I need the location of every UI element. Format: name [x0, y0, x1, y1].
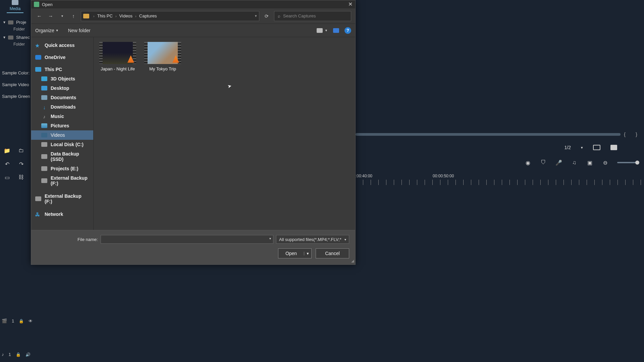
- monitor-icon[interactable]: [593, 145, 600, 150]
- nav-history-chevron-icon[interactable]: ▾: [58, 12, 66, 20]
- nav-forward-button[interactable]: →: [47, 12, 55, 20]
- redo-icon[interactable]: ↷: [17, 160, 25, 168]
- new-folder-button[interactable]: New folder: [68, 28, 91, 33]
- breadcrumb-item[interactable]: Videos: [119, 13, 133, 18]
- sidebar-item-onedrive[interactable]: OneDrive: [31, 53, 93, 62]
- sidebar-item-disk-e[interactable]: Projects (E:): [31, 164, 93, 173]
- dialog-title: Open: [42, 2, 53, 7]
- resize-grip-icon[interactable]: ◢: [351, 259, 354, 263]
- filename-label: File name:: [77, 237, 98, 242]
- open-file-dialog: Open ✕ ← → ▾ ↑ › This PC › Videos › Capt…: [31, 0, 356, 265]
- breadcrumb[interactable]: › This PC › Videos › Captures ▾: [81, 11, 259, 21]
- open-button[interactable]: Open▼: [278, 248, 312, 258]
- organize-button[interactable]: Organize▼: [35, 28, 59, 33]
- sidebar-item-downloads[interactable]: ↓Downloads: [31, 102, 93, 112]
- breadcrumb-sep-icon: ›: [93, 14, 95, 18]
- preview-pane-button[interactable]: [333, 28, 339, 33]
- filename-dropdown-icon[interactable]: ▾: [269, 237, 271, 240]
- sidebar-item-desktop[interactable]: Desktop: [31, 83, 93, 93]
- sidebar-item-3d-objects[interactable]: 3D Objects: [31, 74, 93, 83]
- search-input[interactable]: ⌕ Search Captures: [274, 11, 351, 21]
- file-type-filter[interactable]: All supported files(*.MP4;*.FLV;*▾: [276, 235, 349, 244]
- file-name: My Tokyo Trip: [143, 66, 182, 72]
- help-button[interactable]: ?: [344, 27, 351, 34]
- folder-icon: [83, 14, 89, 18]
- sidebar-item-videos[interactable]: Videos: [31, 130, 93, 140]
- search-placeholder: Search Captures: [283, 13, 316, 18]
- nav-up-button[interactable]: ↑: [69, 12, 77, 20]
- sidebar-item-disk-f1[interactable]: External Backup (F:): [31, 173, 93, 188]
- file-list-area[interactable]: Japan - Night Life My Tokyo Trip ➤: [94, 37, 355, 230]
- mic-icon[interactable]: 🎤: [555, 159, 562, 166]
- open-split-icon[interactable]: ▼: [304, 252, 311, 255]
- timeline-ruler[interactable]: :00:40:0000:00:50:00: [356, 174, 644, 185]
- sidebar-item-disk-f2[interactable]: External Backup (F:): [31, 191, 93, 206]
- tree-sub-folder2: Folder: [3, 41, 30, 49]
- brace-in-icon[interactable]: {: [624, 131, 626, 137]
- sidebar-item-this-pc[interactable]: This PC: [31, 65, 93, 74]
- color-wheel-icon[interactable]: ◉: [525, 159, 531, 166]
- file-item[interactable]: My Tokyo Trip: [143, 42, 182, 72]
- sidebar-item-quick-access[interactable]: ★Quick access: [31, 41, 93, 50]
- app-icon: [34, 2, 39, 7]
- video-track-head[interactable]: 🎬1: [2, 318, 33, 323]
- close-button[interactable]: ✕: [348, 1, 353, 7]
- sidebar-item-network[interactable]: 🖧Network: [31, 209, 93, 219]
- media-tab[interactable]: Media: [7, 6, 23, 13]
- shield-icon[interactable]: ⛉: [540, 159, 547, 166]
- bg-sample-list: Sample Color: Sample Video Sample Green: [0, 67, 32, 102]
- link-icon[interactable]: ⛓: [17, 174, 25, 181]
- tree-sub-folder: Folder: [3, 26, 30, 34]
- undo-icon[interactable]: ↶: [3, 160, 11, 168]
- filename-input[interactable]: ▾: [101, 235, 273, 244]
- nav-sidebar: ★Quick access OneDrive This PC 3D Object…: [31, 37, 94, 230]
- sidebar-item-pictures[interactable]: Pictures: [31, 121, 93, 130]
- tree-item-project[interactable]: ▼Proje: [3, 18, 30, 26]
- tree-item-shared[interactable]: ▼Sharec: [3, 34, 30, 41]
- nav-back-button[interactable]: ←: [35, 12, 43, 20]
- video-thumbnail: [99, 42, 136, 64]
- mouse-cursor-icon: ➤: [227, 83, 232, 89]
- zoom-out-icon[interactable]: ⊖: [602, 159, 608, 166]
- marker-icon[interactable]: ▭: [3, 174, 11, 181]
- refresh-button[interactable]: ⟳: [263, 13, 271, 19]
- dialog-titlebar[interactable]: Open ✕: [31, 0, 355, 8]
- scrub-bar[interactable]: [356, 133, 621, 136]
- breadcrumb-item[interactable]: This PC: [97, 13, 113, 18]
- sidebar-item-disk-c[interactable]: Local Disk (C:): [31, 140, 93, 149]
- brace-out-icon[interactable]: }: [636, 131, 637, 137]
- file-name: Japan - Night Life: [98, 66, 137, 72]
- cancel-button[interactable]: Cancel: [316, 248, 349, 258]
- import-file-icon[interactable]: 🗀: [17, 147, 25, 154]
- view-mode-button[interactable]: ▼: [317, 28, 328, 33]
- file-item[interactable]: Japan - Night Life: [98, 42, 137, 72]
- video-thumbnail: [144, 42, 181, 64]
- media-icon: [12, 0, 18, 5]
- breadcrumb-item[interactable]: Captures: [139, 13, 157, 18]
- search-icon: ⌕: [278, 13, 280, 18]
- sidebar-item-documents[interactable]: Documents: [31, 93, 93, 102]
- frame-icon[interactable]: ▣: [586, 159, 593, 166]
- volume-slider[interactable]: [617, 162, 637, 163]
- snapshot-icon[interactable]: [610, 145, 617, 150]
- page-indicator: 1/2: [565, 145, 571, 150]
- breadcrumb-chevron-icon[interactable]: ▾: [255, 14, 257, 18]
- notes-icon[interactable]: ♫: [571, 159, 578, 166]
- sidebar-item-disk-d[interactable]: Data Backup (SSD): [31, 149, 93, 164]
- audio-track-head[interactable]: ♪1: [2, 352, 31, 357]
- sidebar-item-music[interactable]: ♪Music: [31, 112, 93, 121]
- page-chevron-icon[interactable]: ▾: [581, 145, 583, 150]
- import-folder-icon[interactable]: 📁: [3, 147, 11, 154]
